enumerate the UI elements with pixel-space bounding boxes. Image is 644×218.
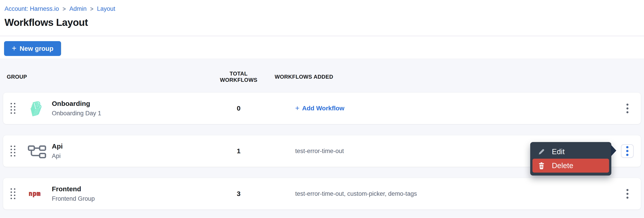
row-menu-kebab-icon[interactable] <box>624 102 630 115</box>
total-workflows-value: 1 <box>210 147 267 155</box>
breadcrumb-layout-link[interactable]: Layout <box>97 5 115 12</box>
npm-logo-icon: npm <box>27 189 48 199</box>
group-name: Frontend <box>52 185 210 193</box>
page-title: Workflows Layout <box>4 17 640 28</box>
plus-icon: + <box>12 44 16 52</box>
column-header-total-workflows: TOTAL WORKFLOWS <box>210 71 267 83</box>
page-header: Account: Harness.io > Admin > Layout Wor… <box>0 0 644 36</box>
api-workflow-icon <box>27 143 47 159</box>
context-menu-delete-item[interactable]: Delete <box>532 159 609 173</box>
table-row-frontend: npm Frontend Frontend Group 3 test-error… <box>3 178 641 210</box>
new-group-button-label: New group <box>20 45 54 52</box>
add-workflow-label: Add Workflow <box>302 105 344 112</box>
new-group-button[interactable]: + New group <box>4 41 61 56</box>
row-context-menu: Edit Delete <box>530 142 611 176</box>
group-description: Api <box>52 153 210 160</box>
row-menu-kebab-button-active[interactable] <box>621 144 634 158</box>
row-menu-kebab-icon[interactable] <box>624 187 630 201</box>
svg-text:npm: npm <box>28 190 41 197</box>
table-row-onboarding: B B B B B Onboarding Onboarding Day 1 0 … <box>3 93 641 124</box>
total-workflows-value: 0 <box>210 105 267 112</box>
add-workflow-button[interactable]: + Add Workflow <box>295 105 344 112</box>
table-header-row: GROUP TOTAL WORKFLOWS WORKFLOWS ADDED <box>3 71 641 78</box>
group-description: Frontend Group <box>52 195 210 202</box>
context-menu-edit-item[interactable]: Edit <box>532 145 609 159</box>
drag-handle-icon[interactable] <box>9 144 17 158</box>
breadcrumb-account-link[interactable]: Account: Harness.io <box>4 5 59 12</box>
drag-handle-icon[interactable] <box>9 187 17 201</box>
total-workflows-value: 3 <box>210 190 267 198</box>
trash-icon <box>537 162 546 169</box>
pencil-icon <box>537 148 546 156</box>
column-header-workflows-added: WORKFLOWS ADDED <box>267 74 614 80</box>
groups-table: GROUP TOTAL WORKFLOWS WORKFLOWS ADDED B … <box>0 59 644 218</box>
group-name: Onboarding <box>52 100 210 108</box>
context-menu-edit-label: Edit <box>552 147 565 156</box>
workflows-added-list: test-error-time-out, custom-picker, demo… <box>267 190 614 197</box>
drag-handle-icon[interactable] <box>9 102 17 115</box>
breadcrumb: Account: Harness.io > Admin > Layout <box>4 5 640 12</box>
onboarding-stack-logo-icon: B B B B B <box>27 98 47 119</box>
breadcrumb-admin-link[interactable]: Admin <box>70 5 87 12</box>
column-header-group: GROUP <box>3 74 210 80</box>
breadcrumb-separator-icon: > <box>90 5 93 12</box>
group-description: Onboarding Day 1 <box>52 110 210 117</box>
group-name: Api <box>52 142 210 150</box>
toolbar: + New group <box>0 36 644 59</box>
context-menu-delete-label: Delete <box>552 161 573 170</box>
breadcrumb-separator-icon: > <box>63 5 66 12</box>
plus-icon: + <box>295 104 300 112</box>
